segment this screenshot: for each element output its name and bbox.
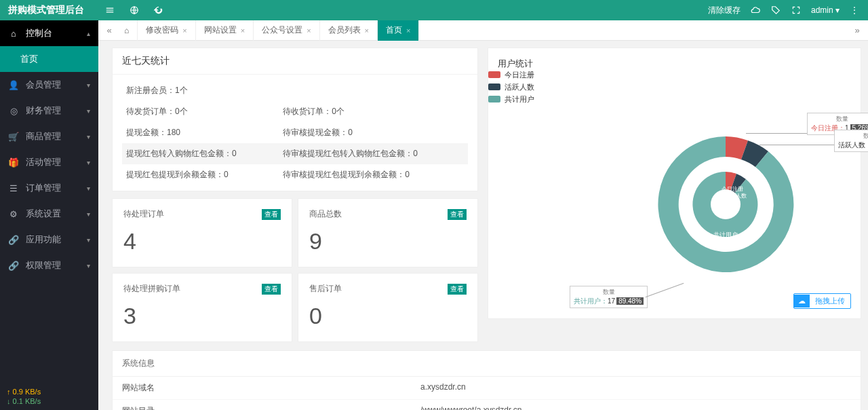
sidebar-item-settings[interactable]: ⚙系统设置 ▾ (0, 201, 98, 227)
link-icon: 🔗 (8, 234, 19, 245)
content: 近七天统计 新注册会员：1个 待发货订单：0个待收货订单：0个 提现金额：180… (98, 41, 868, 410)
kpi-value: 3 (123, 303, 281, 329)
sidebar-item-console[interactable]: ⌂控制台 ▴ (0, 20, 98, 46)
legend-item[interactable]: 活跃人数 (488, 81, 534, 93)
view-button[interactable]: 查看 (262, 209, 281, 220)
link-icon: 🔗 (8, 260, 19, 271)
fullscreen-icon[interactable] (791, 5, 802, 16)
kpi-pending-orders: 待处理订单查看 4 (112, 198, 292, 267)
chevron-down-icon: ▾ (87, 185, 90, 192)
tab-home[interactable]: 首页× (378, 20, 419, 41)
topbar: 拼购模式管理后台 清除缓存 admin ▾ ⋮ (0, 0, 868, 20)
sidebar-item-members[interactable]: 👤会员管理 ▾ (0, 72, 98, 98)
gear-icon: ⚙ (8, 208, 19, 219)
view-button[interactable]: 查看 (448, 284, 467, 295)
cart-icon: 🛒 (8, 131, 19, 142)
clear-cache-button[interactable]: 清除缓存 (708, 5, 741, 16)
sidebar-item-orders[interactable]: ☰订单管理 ▾ (0, 175, 98, 201)
sidebar-item-apps[interactable]: 🔗应用功能 ▾ (0, 227, 98, 253)
tab-home-icon[interactable]: ⌂ (116, 20, 138, 41)
kpi-goods-total: 商品总数查看 9 (298, 198, 478, 267)
table-row: 网站目录 /www/wwwroot/a.xysdzdr.cn (113, 400, 861, 410)
brand-title: 拼购模式管理后台 (8, 4, 98, 16)
list-icon: ☰ (8, 183, 19, 193)
chevron-down-icon: ▾ (87, 107, 90, 115)
callout-active: 数量 活跃人数：15.26% (834, 130, 868, 152)
tab-change-password[interactable]: 修改密码× (138, 20, 195, 41)
chevron-down-icon: ▾ (87, 159, 90, 166)
user-menu[interactable]: admin ▾ (811, 5, 840, 15)
donut-chart: 今日注册 活跃人数 共计用户 数量 今日注册：15.26% 数量 活跃人数：15… (597, 96, 854, 327)
kpi-value: 4 (123, 228, 281, 255)
tabs-prev-icon[interactable]: « (102, 25, 116, 35)
close-icon[interactable]: × (406, 26, 410, 35)
view-button[interactable]: 查看 (262, 284, 281, 295)
tab-member-list[interactable]: 会员列表× (320, 20, 378, 41)
close-icon[interactable]: × (307, 26, 311, 35)
card-title: 近七天统计 (113, 48, 477, 75)
inner-label-total: 共计用户 (713, 231, 738, 238)
table-row: 提现红包提现到余额金额：0待审核提现红包提现到余额金额：0 (122, 164, 468, 185)
chevron-down-icon: ▾ (87, 133, 90, 141)
kpi-value: 0 (309, 303, 467, 329)
tab-site-settings[interactable]: 网站设置× (196, 20, 254, 41)
more-icon[interactable]: ⋮ (849, 5, 860, 16)
cloud-icon[interactable] (750, 5, 761, 16)
chevron-down-icon: ▾ (87, 81, 90, 89)
stats-table: 新注册会员：1个 待发货订单：0个待收货订单：0个 提现金额：180待审核提现金… (122, 80, 468, 185)
sidebar: ⌂控制台 ▴ 首页 👤会员管理 ▾ ◎财务管理 ▾ 🛒商品管理 ▾ 🎁活动管理 … (0, 20, 98, 410)
close-icon[interactable]: × (365, 26, 369, 35)
chevron-up-icon: ▴ (87, 30, 90, 37)
sidebar-item-perms[interactable]: 🔗权限管理 ▾ (0, 253, 98, 278)
sidebar-item-promo[interactable]: 🎁活动管理 ▾ (0, 149, 98, 175)
target-icon: ◎ (8, 105, 19, 116)
card-system-info: 系统信息 网站域名 a.xysdzdr.cn 网站目录 /www/wwwroot… (112, 350, 861, 410)
inner-label-active: 活跃人数 (725, 193, 747, 199)
sidebar-item-goods[interactable]: 🛒商品管理 ▾ (0, 124, 98, 149)
kpi-grid: 待处理订单查看 4 商品总数查看 9 待处理拼购订单查看 3 售后订单查看 0 (112, 198, 478, 342)
chevron-down-icon: ▾ (87, 262, 90, 269)
globe-icon[interactable] (129, 5, 140, 16)
network-stats: ↑ 0.9 KB/s ↓ 0.1 KB/s (7, 387, 41, 406)
sidebar-item-home[interactable]: 首页 (0, 46, 98, 72)
home-icon: ⌂ (8, 28, 19, 39)
table-row: 待发货订单：0个待收货订单：0个 (122, 101, 468, 122)
callout-total: 数量 共计用户：1789.48% (570, 286, 648, 308)
kpi-pending-group-orders: 待处理拼购订单查看 3 (112, 273, 292, 342)
inner-label-reg: 今日注册 (722, 186, 743, 192)
tabs-bar: « ⌂ 修改密码× 网站设置× 公众号设置× 会员列表× 首页× » (98, 20, 868, 41)
tabs-next-icon[interactable]: » (850, 25, 864, 35)
refresh-icon[interactable] (153, 5, 164, 16)
chevron-down-icon: ▾ (87, 236, 90, 244)
chart-title: 用户统计 (498, 58, 851, 70)
tag-icon[interactable] (770, 5, 781, 16)
cloud-upload-icon: ☁ (794, 295, 810, 308)
tab-wechat-settings[interactable]: 公众号设置× (254, 20, 319, 41)
kpi-aftersale-orders: 售后订单查看 0 (298, 273, 478, 342)
card-7day-stats: 近七天统计 新注册会员：1个 待发货订单：0个待收货订单：0个 提现金额：180… (112, 48, 478, 191)
gift-icon: 🎁 (8, 157, 19, 168)
chart-legend: 今日注册 活跃人数 共计用户 (488, 69, 534, 105)
chevron-down-icon: ▾ (87, 210, 90, 218)
close-icon[interactable]: × (241, 26, 245, 35)
upload-button[interactable]: ☁ 拖拽上传 (793, 293, 851, 309)
card-user-stats: 用户统计 今日注册 活跃人数 共计用户 (488, 48, 861, 319)
table-row: 提现金额：180待审核提现金额：0 (122, 122, 468, 143)
sidebar-item-finance[interactable]: ◎财务管理 ▾ (0, 98, 98, 124)
table-row: 提现红包转入购物红包金额：0待审核提现红包转入购物红包金额：0 (122, 143, 468, 164)
legend-item[interactable]: 今日注册 (488, 69, 534, 81)
kpi-value: 9 (309, 228, 467, 255)
close-icon[interactable]: × (182, 26, 186, 35)
legend-item[interactable]: 共计用户 (488, 93, 534, 105)
user-icon: 👤 (8, 79, 19, 90)
view-button[interactable]: 查看 (448, 209, 467, 220)
card-title: 系统信息 (113, 351, 861, 377)
table-row: 网站域名 a.xysdzdr.cn (113, 377, 861, 400)
menu-toggle-icon[interactable] (104, 5, 115, 16)
table-row: 新注册会员：1个 (122, 80, 468, 101)
main: « ⌂ 修改密码× 网站设置× 公众号设置× 会员列表× 首页× » 近七天统计… (98, 20, 868, 410)
home-icon: ⌂ (124, 26, 129, 35)
